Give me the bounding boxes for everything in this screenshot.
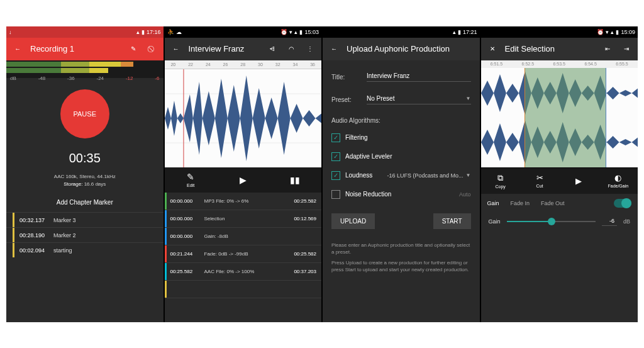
marker-row[interactable]: 00:32.137Marker 3 (6, 212, 164, 227)
wifi-icon: ▾ (606, 29, 609, 35)
marker-row[interactable]: 00:02.094starting (6, 242, 164, 257)
gain-unit: dB (623, 218, 630, 225)
overflow-icon[interactable]: ⋮ (304, 43, 316, 55)
start-button[interactable]: START (433, 213, 471, 229)
edit-toolbar: ⧉Copy ✂Cut ▶ ◐Fade/Gain (481, 167, 638, 194)
signal-icon: ▴ (294, 29, 297, 35)
person-icon: ⛹ (167, 29, 174, 35)
region-row[interactable]: 00:21.244Fade: 0dB -> -99dB00:25.582 (165, 245, 322, 263)
noise-checkbox-row[interactable]: ✓ Noise Reduction Auto (331, 187, 471, 202)
fade-tabs: Gain Fade In Fade Out (481, 194, 638, 213)
play-button[interactable]: ▶ (217, 167, 269, 193)
signal-icon: ▴ (611, 29, 614, 35)
status-time: 17:21 (463, 29, 477, 35)
edit-icon[interactable]: ✎ (127, 43, 140, 55)
marker-list: 00:32.137Marker 3 00:28.190Marker 2 00:0… (6, 212, 164, 257)
status-time: 15:03 (304, 29, 319, 35)
help-text: Please enter an Auphonic production titl… (331, 242, 471, 278)
page-title: Interview Franz (189, 44, 260, 53)
checkbox-checked-icon: ✓ (331, 133, 340, 142)
gain-label: Gain (489, 218, 501, 225)
cut-button[interactable]: ✂Cut (520, 168, 559, 194)
play-button[interactable]: ▶ (559, 168, 598, 194)
timeline-ruler: 6:51.56:52.56:53.56:54.56:55.5 (481, 60, 638, 68)
region-row[interactable] (165, 281, 322, 298)
discard-icon[interactable]: ⃠ (146, 43, 158, 55)
pause-button[interactable]: ▮▮ (269, 167, 321, 193)
recording-body: PAUSE 00:35 AAC 160k, Stereo, 44.1kHz St… (6, 78, 164, 322)
back-icon[interactable]: ← (328, 43, 340, 55)
selection-start-icon[interactable]: ⇤ (601, 43, 614, 55)
region-row[interactable]: 00:00.000Selection00:12.569 (165, 210, 322, 228)
checkbox-checked-icon: ✓ (331, 171, 340, 180)
transport-bar: ✎Edit ▶ ▮▮ (165, 167, 322, 193)
play-icon: ▶ (240, 175, 247, 185)
tab-gain[interactable]: Gain (487, 200, 499, 206)
preset-label: Preset: (331, 96, 367, 103)
codec-info: AAC 160k, Stereo, 44.1kHz Storage: 16.6 … (54, 173, 116, 189)
screen-recording: ↓ ▴ ▮ 17:16 ← Recording 1 ✎ ⃠ dB -48 -36… (6, 26, 164, 322)
loudness-checkbox-row[interactable]: ✓ Loudness -16 LUFS (Podcasts and Mo...▼ (331, 168, 471, 183)
pause-button[interactable]: PAUSE (60, 89, 109, 138)
region-row[interactable]: 00:25.582AAC File: 0% -> 100%00:37.203 (165, 263, 322, 281)
cut-icon: ✂ (536, 173, 543, 182)
status-bar: ↓ ▴ ▮ 17:16 (6, 26, 164, 38)
recording-timer: 00:35 (69, 151, 101, 166)
signal-icon: ▴ (453, 29, 456, 35)
play-icon: ▶ (575, 176, 582, 186)
app-bar: ← Recording 1 ✎ ⃠ (6, 38, 164, 60)
region-list: 00:00.000MP3 File: 0% -> 6%00:25.582 00:… (165, 193, 322, 322)
status-bar: ▴ ▮ 17:21 (323, 26, 480, 38)
upload-button[interactable]: UPLOAD (331, 213, 375, 229)
edit-button[interactable]: ✎Edit (165, 167, 217, 193)
gain-value[interactable]: -6 (602, 218, 617, 226)
alarm-icon: ⏰ (280, 29, 287, 35)
battery-icon: ▮ (458, 29, 461, 35)
page-title: Edit Selection (505, 44, 596, 53)
chevron-down-icon: ▼ (466, 96, 471, 101)
title-input[interactable]: Interview Franz (367, 72, 471, 82)
region-row[interactable]: 00:00.000MP3 File: 0% -> 6%00:25.582 (165, 193, 322, 210)
battery-icon: ▮ (616, 29, 619, 35)
status-time: 15:09 (621, 29, 635, 35)
pencil-icon: ✎ (187, 172, 194, 182)
tab-fade-in[interactable]: Fade In (511, 200, 530, 206)
status-bar: ⏰ ▾ ▴ ▮ 15:09 (481, 26, 638, 38)
fadegain-button[interactable]: ◐Fade/Gain (599, 168, 638, 194)
back-icon[interactable]: ← (170, 43, 182, 55)
fade-toggle[interactable] (614, 199, 631, 208)
tab-fade-out[interactable]: Fade Out (541, 200, 565, 206)
screen-edit-selection: ⏰ ▾ ▴ ▮ 15:09 ✕ Edit Selection ⇤ ⇥ 6:51.… (481, 26, 638, 322)
selection-end-icon[interactable]: ⇥ (620, 43, 633, 55)
pause-icon: ▮▮ (290, 175, 300, 185)
upload-form: Title: Interview Franz Preset: No Preset… (323, 60, 480, 322)
filtering-checkbox-row[interactable]: ✓ Filtering (331, 130, 471, 145)
app-bar: ✕ Edit Selection ⇤ ⇥ (481, 38, 638, 60)
mic-icon: ↓ (9, 29, 12, 35)
selection-waveform[interactable]: 6:51.56:52.56:53.56:54.56:55.5 (481, 60, 638, 167)
close-icon[interactable]: ✕ (486, 43, 499, 55)
auphonic-icon[interactable]: ◠ (285, 43, 297, 55)
page-title: Upload Auphonic Production (347, 44, 475, 53)
battery-icon: ▮ (142, 29, 145, 35)
wifi-icon: ▾ (289, 29, 292, 35)
preset-select[interactable]: No Preset▼ (367, 95, 471, 104)
db-scale: dB -48 -36 -24 -12 -6 (6, 74, 164, 81)
share-icon[interactable]: ⩤ (266, 43, 279, 55)
level-meter: dB -48 -36 -24 -12 -6 (6, 60, 164, 78)
status-bar: ⛹☁ ⏰ ▾ ▴ ▮ 15:03 (165, 26, 322, 38)
battery-icon: ▮ (299, 29, 303, 35)
back-icon[interactable]: ← (11, 43, 24, 55)
add-chapter-marker[interactable]: Add Chapter Marker (57, 189, 113, 212)
checkbox-checked-icon: ✓ (331, 152, 340, 161)
status-time: 17:16 (147, 29, 161, 35)
leveler-checkbox-row[interactable]: ✓ Adaptive Leveler (331, 149, 471, 164)
region-row[interactable]: 00:00.000Gain: -8dB (165, 228, 322, 245)
algorithms-label: Audio Algorithms: (331, 117, 471, 124)
waveform-area[interactable]: 202224262830323436 (165, 60, 322, 167)
marker-row[interactable]: 00:28.190Marker 2 (6, 227, 164, 242)
gain-slider[interactable] (507, 221, 596, 222)
selection-overlay[interactable] (525, 68, 606, 167)
copy-button[interactable]: ⧉Copy (481, 168, 520, 194)
chevron-down-icon: ▼ (466, 172, 471, 178)
